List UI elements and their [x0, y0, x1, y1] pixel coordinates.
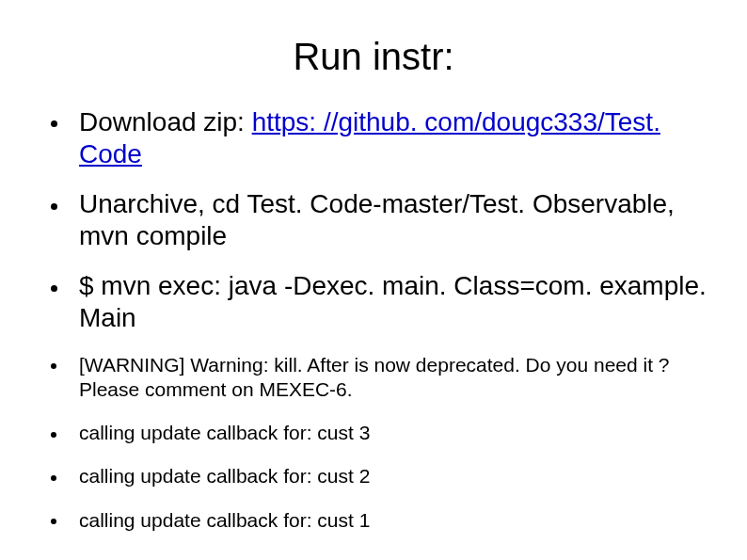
- list-item-text: Unarchive, cd Test. Code-master/Test. Ob…: [79, 189, 675, 250]
- list-item: calling update callback for: cust 1: [47, 508, 709, 533]
- list-item-text: [WARNING] Warning: kill. After is now de…: [79, 354, 670, 400]
- list-item: $ mvn exec: java -Dexec. main. Class=com…: [47, 270, 709, 333]
- list-item-text: Download zip:: [79, 107, 252, 136]
- list-item: calling update callback for: cust 3: [47, 421, 709, 445]
- list-item-text: calling update callback for: cust 3: [79, 422, 370, 443]
- list-item: Unarchive, cd Test. Code-master/Test. Ob…: [47, 188, 709, 251]
- list-item: [WARNING] Warning: kill. After is now de…: [47, 353, 709, 403]
- list-item: calling update callback for: cust 2: [47, 464, 709, 488]
- list-item-text: calling update callback for: cust 1: [79, 509, 370, 531]
- list-item: Download zip: https: //github. com/dougc…: [47, 106, 709, 169]
- bullet-list: Download zip: https: //github. com/dougc…: [28, 106, 719, 533]
- list-item-text: calling update callback for: cust 2: [79, 465, 370, 487]
- slide-title: Run instr:: [28, 36, 719, 78]
- list-item-text: $ mvn exec: java -Dexec. main. Class=com…: [79, 271, 707, 332]
- slide: Run instr: Download zip: https: //github…: [0, 0, 747, 560]
